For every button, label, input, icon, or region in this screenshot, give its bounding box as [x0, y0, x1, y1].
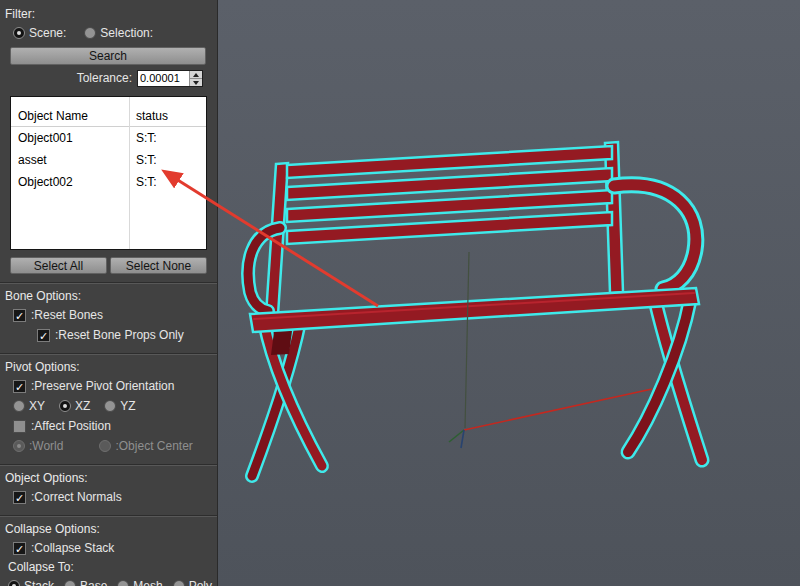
yz-radio-label: YZ: [120, 399, 135, 413]
reset-bone-props-label: :Reset Bone Props Only: [55, 328, 184, 342]
scene-radio-label: Scene:: [29, 26, 66, 40]
tolerance-label: Tolerance:: [77, 71, 132, 85]
object-center-radio-label: :Object Center: [115, 439, 192, 453]
collapse-stack-label: :Collapse Stack: [31, 541, 114, 555]
correct-normals-label: :Correct Normals: [31, 490, 122, 504]
tolerance-spinner: [137, 70, 203, 87]
select-none-button[interactable]: Select None: [110, 257, 207, 274]
reset-bones-checkbox[interactable]: [13, 309, 26, 322]
object-name: Object002: [11, 175, 129, 189]
xz-radio-label: XZ: [75, 399, 90, 413]
collapse-stack-radio-label: Stack: [24, 579, 54, 586]
collapse-poly-radio[interactable]: [173, 580, 185, 586]
list-item[interactable]: Object002 S:T:: [11, 171, 206, 193]
bench-armrest-right: [614, 185, 696, 289]
column-divider: [129, 97, 130, 249]
tool-panel: Filter: Scene: Selection: Search Toleran…: [0, 0, 218, 586]
collapse-poly-radio-label: Poly: [189, 579, 212, 586]
list-item[interactable]: Object001 S:T:: [11, 127, 206, 149]
scene-radio[interactable]: [13, 27, 25, 39]
axis-y: [465, 252, 469, 428]
object-center-radio[interactable]: [99, 440, 111, 452]
section-divider: [0, 282, 217, 284]
reset-bone-props-checkbox[interactable]: [37, 329, 50, 342]
section-divider: [0, 464, 217, 466]
collapse-base-radio-label: Base: [80, 579, 107, 586]
spinner-down-icon[interactable]: [190, 79, 202, 86]
collapse-options-title: Collapse Options:: [0, 520, 217, 538]
selection-radio[interactable]: [84, 27, 96, 39]
object-list-header: Object Name status: [11, 97, 206, 127]
reset-bones-label: :Reset Bones: [31, 308, 103, 322]
affect-position-checkbox[interactable]: [13, 420, 26, 433]
column-header-name[interactable]: Object Name: [11, 109, 129, 123]
world-radio-label: :World: [29, 439, 63, 453]
collapse-mesh-radio-label: Mesh: [133, 579, 162, 586]
collapse-base-radio[interactable]: [64, 580, 76, 586]
search-button[interactable]: Search: [10, 47, 206, 65]
object-status: S:T:: [129, 153, 206, 167]
preserve-pivot-checkbox[interactable]: [13, 380, 26, 393]
pivot-options-title: Pivot Options:: [0, 358, 217, 376]
object-status: S:T:: [129, 131, 206, 145]
world-radio[interactable]: [13, 440, 25, 452]
collapse-to-label: Collapse To:: [0, 558, 217, 576]
xy-radio[interactable]: [13, 400, 25, 412]
select-all-button[interactable]: Select All: [10, 257, 107, 274]
bench-seat-support: [271, 331, 292, 355]
bone-options-title: Bone Options:: [0, 287, 217, 305]
list-item[interactable]: asset S:T:: [11, 149, 206, 171]
object-status: S:T:: [129, 175, 206, 189]
collapse-stack-radio[interactable]: [8, 580, 20, 586]
viewport[interactable]: [218, 0, 800, 586]
xy-radio-label: XY: [29, 399, 45, 413]
axis-x[interactable]: [464, 389, 652, 430]
filter-title: Filter:: [0, 5, 217, 23]
object-name: asset: [11, 153, 129, 167]
bench-seat: [250, 288, 699, 332]
affect-position-label: :Affect Position: [31, 419, 111, 433]
spinner-up-icon[interactable]: [190, 71, 202, 79]
object-list: Object Name status Object001 S:T: asset …: [10, 96, 207, 250]
object-options-title: Object Options:: [0, 469, 217, 487]
xz-radio[interactable]: [59, 400, 71, 412]
correct-normals-checkbox[interactable]: [13, 491, 26, 504]
section-divider: [0, 515, 217, 517]
tolerance-input[interactable]: [138, 71, 189, 86]
bench-model[interactable]: [218, 0, 800, 586]
collapse-mesh-radio[interactable]: [117, 580, 129, 586]
section-divider: [0, 353, 217, 355]
yz-radio[interactable]: [104, 400, 116, 412]
object-name: Object001: [11, 131, 129, 145]
preserve-pivot-label: :Preserve Pivot Orientation: [31, 379, 174, 393]
selection-radio-label: Selection:: [100, 26, 153, 40]
column-header-status[interactable]: status: [129, 109, 206, 123]
collapse-stack-checkbox[interactable]: [13, 542, 26, 555]
